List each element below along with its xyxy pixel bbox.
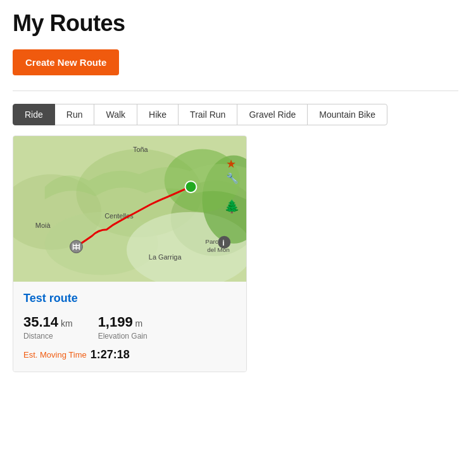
moving-time-value: 1:27:18 [91,348,130,361]
activity-tabs: Ride Run Walk Hike Trail Run Gravel Ride… [13,104,458,125]
route-name[interactable]: Test route [23,292,236,305]
svg-point-15 [185,181,197,192]
tab-mountain-bike[interactable]: Mountain Bike [307,104,387,125]
moving-time-label: Est. Moving Time [23,350,87,360]
svg-text:🌲: 🌲 [224,199,240,214]
tab-hike[interactable]: Hike [137,104,179,125]
distance-value: 35.14 km [23,314,73,330]
svg-text:🔧: 🔧 [226,172,239,184]
elevation-stat: 1,199 m Elevation Gain [98,314,148,341]
elevation-value: 1,199 m [98,314,148,330]
distance-label: Distance [23,332,73,341]
tab-ride[interactable]: Ride [13,104,55,125]
moving-time-row: Est. Moving Time 1:27:18 [23,348,236,361]
svg-text:Moià: Moià [35,222,51,229]
svg-text:La Garriga: La Garriga [149,253,182,261]
svg-text:★: ★ [226,158,236,170]
route-map[interactable]: Moià Centelles La Garriga Toña Parc Na d… [13,136,246,282]
stats-row: 35.14 km Distance 1,199 m Elevation Gain [23,314,236,341]
elevation-label: Elevation Gain [98,332,148,341]
svg-text:Toña: Toña [133,146,149,153]
create-new-route-button[interactable]: Create New Route [13,49,119,75]
tab-trail-run[interactable]: Trail Run [178,104,237,125]
svg-text:i: i [222,239,224,247]
route-info: Test route 35.14 km Distance 1,199 m Ele… [13,282,246,372]
distance-stat: 35.14 km Distance [23,314,73,341]
section-divider [13,91,458,91]
route-card: Moià Centelles La Garriga Toña Parc Na d… [13,135,247,372]
tab-run[interactable]: Run [54,104,95,125]
page-title: My Routes [13,10,458,37]
tab-gravel-ride[interactable]: Gravel Ride [237,104,308,125]
tab-walk[interactable]: Walk [94,104,137,125]
